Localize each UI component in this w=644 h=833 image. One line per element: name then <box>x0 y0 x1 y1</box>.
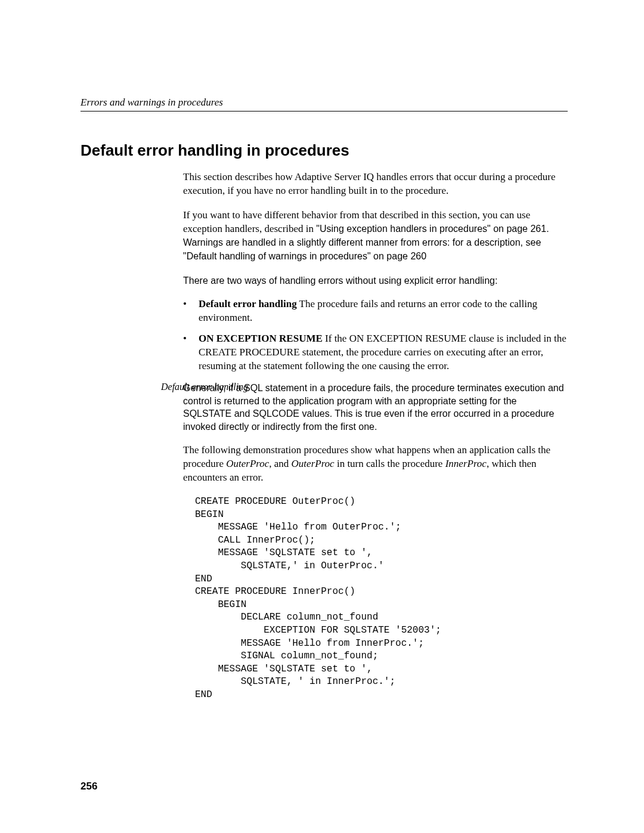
bullet-list: Default error handling The procedure fai… <box>183 298 568 373</box>
proc-name: OuterProc <box>292 458 335 469</box>
crossref-link: "Default handling of warnings in procedu… <box>183 251 426 261</box>
demo-intro-paragraph: The following demonstration procedures s… <box>183 444 568 485</box>
bullet-label: Default error handling <box>199 298 297 309</box>
margin-label: Default error handling <box>161 382 256 392</box>
crossref-link: "Using exception handlers in procedures"… <box>316 224 546 234</box>
list-item: Default error handling The procedure fai… <box>183 298 568 325</box>
page-number: 256 <box>80 781 97 792</box>
body-column: This section describes how Adaptive Serv… <box>183 171 568 373</box>
crossref-paragraph: If you want to have different behavior f… <box>183 209 568 264</box>
side-label-row: Default error handling Generally, if a S… <box>80 382 568 702</box>
running-head: Errors and warnings in procedures <box>80 97 568 112</box>
intro-paragraph: This section describes how Adaptive Serv… <box>183 171 568 198</box>
proc-name: OuterProc <box>226 458 269 469</box>
text-fragment: , and <box>269 458 291 469</box>
lead-in-paragraph: There are two ways of handling errors wi… <box>183 274 568 287</box>
bullet-label: ON EXCEPTION RESUME <box>199 333 323 344</box>
proc-name: InnerProc <box>445 458 487 469</box>
page: Errors and warnings in procedures Defaul… <box>0 0 644 702</box>
list-item: ON EXCEPTION RESUME If the ON EXCEPTION … <box>183 332 568 373</box>
code-block: CREATE PROCEDURE OuterProc() BEGIN MESSA… <box>195 496 568 702</box>
text-fragment: in turn calls the procedure <box>335 458 445 469</box>
section-title: Default error handling in procedures <box>80 141 568 160</box>
